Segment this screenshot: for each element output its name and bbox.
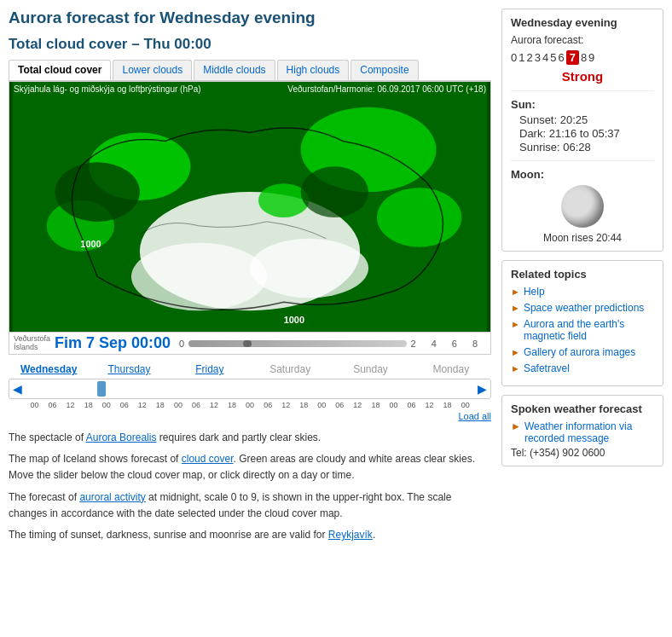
aurora-forecast-box: Wednesday evening Aurora forecast: 0 1 2… <box>501 9 663 252</box>
aurora-num-6: 6 <box>558 51 564 64</box>
related-gallery-label: Gallery of aurora images <box>524 346 635 358</box>
moon-label: Moon: <box>511 168 654 181</box>
aurora-num-3: 3 <box>535 51 541 64</box>
svg-point-10 <box>301 166 368 217</box>
aurora-link[interactable]: Aurora Borealis <box>86 431 157 443</box>
vedurstofa-logo: Veðurstofa Íslands <box>14 335 50 352</box>
related-safetravel[interactable]: ► Safetravel <box>511 362 654 374</box>
day-sunday: Sunday <box>330 362 410 377</box>
sidebar: Wednesday evening Aurora forecast: 0 1 2… <box>501 9 663 548</box>
moon-section: Moon: Moon rises 20:44 <box>511 168 654 244</box>
aurora-num-9: 9 <box>588 51 594 64</box>
related-aurora-label: Aurora and the earth's magnetic field <box>524 318 654 342</box>
related-arrow-icon: ► <box>511 287 520 297</box>
related-help-label: Help <box>524 286 545 298</box>
desc-para3: The forecast of auroral activity at midn… <box>9 489 491 522</box>
desc-para1: The spectacle of Aurora Borealis require… <box>9 430 491 446</box>
map-label-right: Veðurstofan/Harmonie: 06.09.2017 06:00 U… <box>287 84 486 94</box>
sunset-value: Sunset: 20:25 <box>511 113 654 126</box>
timeline-track[interactable] <box>26 381 474 397</box>
related-safetravel-label: Safetravel <box>524 362 570 374</box>
related-arrow-icon: ► <box>511 363 520 374</box>
reykjavik-link[interactable]: Reykjavík <box>328 529 373 541</box>
auroral-activity-link[interactable]: auroral activity <box>79 491 145 503</box>
tab-middle-clouds[interactable]: Middle clouds <box>194 60 275 80</box>
related-aurora-magnetic[interactable]: ► Aurora and the earth's magnetic field <box>511 318 654 342</box>
timeline-bar[interactable]: ◀ ▶ <box>9 379 491 399</box>
related-space-label: Space weather predictions <box>524 302 644 314</box>
aurora-num-0: 0 <box>511 51 517 64</box>
related-arrow-icon: ► <box>511 303 520 313</box>
map-footer: Veðurstofa Íslands Fim 7 Sep 00:00 0 246… <box>9 333 491 355</box>
slider-labels: 2468 <box>411 339 478 349</box>
svg-text:1000: 1000 <box>284 315 304 325</box>
day-friday[interactable]: Friday <box>170 362 250 377</box>
related-space-weather[interactable]: ► Space weather predictions <box>511 302 654 314</box>
svg-point-9 <box>55 162 140 222</box>
timeline-section: Wednesday Thursday Friday Saturday Sunda… <box>9 362 491 421</box>
related-arrow-icon: ► <box>511 319 520 329</box>
spoken-forecast-box: Spoken weather forecast ► Weather inform… <box>501 395 663 466</box>
map-svg: 1000 1000 999 <box>9 82 490 332</box>
tab-composite[interactable]: Composite <box>350 60 418 80</box>
day-thursday[interactable]: Thursday <box>89 362 169 377</box>
tab-bar: Total cloud cover Lower clouds Middle cl… <box>9 60 491 81</box>
spoken-weather-link[interactable]: ► Weather information via recorded messa… <box>511 420 654 444</box>
svg-point-2 <box>131 243 267 310</box>
load-all-link[interactable]: Load all <box>9 411 491 421</box>
related-gallery[interactable]: ► Gallery of aurora images <box>511 346 654 358</box>
aurora-num-4: 4 <box>542 51 548 64</box>
day-labels: Wednesday Thursday Friday Saturday Sunda… <box>9 362 491 377</box>
cloud-cover-link[interactable]: cloud cover <box>182 453 234 465</box>
desc-para4: The timing of sunset, darkness, sunrise … <box>9 527 491 543</box>
map-slider-area[interactable]: 0 2468 <box>171 339 486 349</box>
tab-total-cloud[interactable]: Total cloud cover <box>9 60 111 80</box>
map-subtitle: Total cloud cover – Thu 00:00 <box>9 36 491 53</box>
day-wednesday[interactable]: Wednesday <box>9 362 89 377</box>
svg-text:1000: 1000 <box>80 239 101 249</box>
tab-high-clouds[interactable]: High clouds <box>277 60 350 80</box>
related-topics-title: Related topics <box>511 268 654 281</box>
spoken-arrow-icon: ► <box>511 420 521 444</box>
dark-value: Dark: 21:16 to 05:37 <box>511 127 654 140</box>
day-saturday: Saturday <box>250 362 330 377</box>
sunrise-value: Sunrise: 06:28 <box>511 141 654 153</box>
aurora-num-2: 2 <box>526 51 532 64</box>
aurora-level: Strong <box>511 69 654 84</box>
aurora-num-7: 7 <box>566 50 579 65</box>
slider-label-0: 0 <box>179 339 184 349</box>
aurora-num-5: 5 <box>550 51 556 64</box>
svg-point-3 <box>250 239 368 298</box>
map-time: Fim 7 Sep 00:00 <box>55 334 171 352</box>
timeline-next-arrow[interactable]: ▶ <box>474 382 490 396</box>
desc-para2: The map of Iceland shows forecast of clo… <box>9 451 491 484</box>
hour-labels: 00 06 12 18 00 06 12 18 00 06 12 18 00 0… <box>9 401 491 409</box>
cloud-map: Skýjahula lág- og miðskýja og loftþrýsti… <box>9 81 491 333</box>
related-arrow-icon: ► <box>511 347 520 357</box>
time-slider[interactable] <box>188 340 406 347</box>
spoken-title: Spoken weather forecast <box>511 402 654 415</box>
telephone-number: Tel: (+354) 902 0600 <box>511 447 654 459</box>
sidebar-section-title: Wednesday evening <box>511 16 654 29</box>
tab-lower-clouds[interactable]: Lower clouds <box>113 60 192 80</box>
spoken-label: Weather information via recorded message <box>524 420 654 444</box>
aurora-label: Aurora forecast: <box>511 34 654 46</box>
aurora-num-8: 8 <box>581 51 587 64</box>
related-help[interactable]: ► Help <box>511 286 654 298</box>
map-label-left: Skýjahula lág- og miðskýja og loftþrýsti… <box>14 84 201 94</box>
sun-label: Sun: <box>511 98 654 111</box>
svg-point-6 <box>377 188 461 247</box>
related-topics-box: Related topics ► Help ► Space weather pr… <box>501 260 663 386</box>
timeline-prev-arrow[interactable]: ◀ <box>9 382 26 396</box>
moon-image <box>561 185 604 228</box>
sun-section: Sun: Sunset: 20:25 Dark: 21:16 to 05:37 … <box>511 98 654 153</box>
description-section: The spectacle of Aurora Borealis require… <box>9 430 491 543</box>
moon-rises: Moon rises 20:44 <box>511 232 654 244</box>
timeline-thumb[interactable] <box>97 381 106 397</box>
day-monday: Monday <box>411 362 491 377</box>
map-footer-left: Veðurstofa Íslands Fim 7 Sep 00:00 <box>14 334 171 352</box>
aurora-scale: 0 1 2 3 4 5 6 7 8 9 <box>511 50 654 65</box>
aurora-num-1: 1 <box>518 51 524 64</box>
page-title: Aurora forecast for Wednesday evening <box>9 9 491 27</box>
